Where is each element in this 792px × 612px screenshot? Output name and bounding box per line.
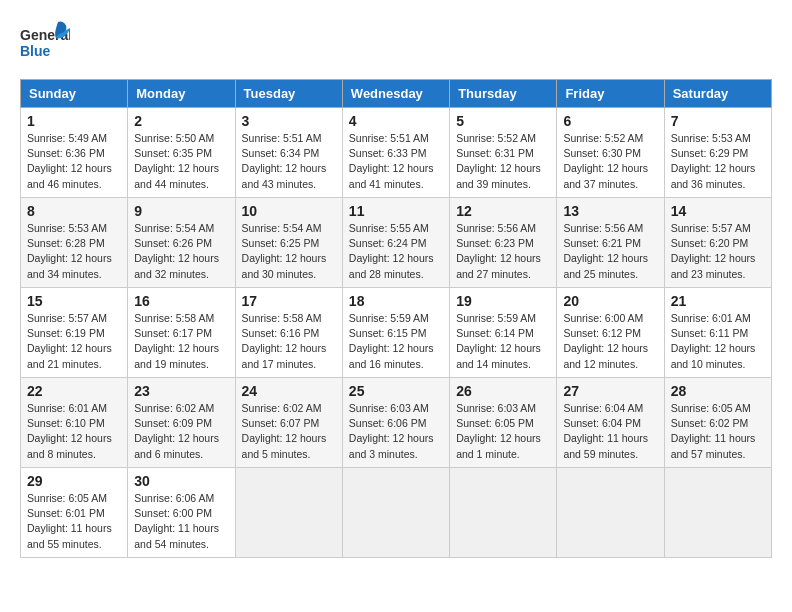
day-number: 3 [242, 113, 336, 129]
calendar-cell: 26 Sunrise: 6:03 AM Sunset: 6:05 PM Dayl… [450, 378, 557, 468]
day-info: Sunrise: 5:57 AM Sunset: 6:19 PM Dayligh… [27, 311, 121, 372]
day-number: 5 [456, 113, 550, 129]
logo: General Blue [20, 20, 70, 69]
day-info: Sunrise: 6:06 AM Sunset: 6:00 PM Dayligh… [134, 491, 228, 552]
calendar-cell: 27 Sunrise: 6:04 AM Sunset: 6:04 PM Dayl… [557, 378, 664, 468]
day-number: 10 [242, 203, 336, 219]
day-number: 27 [563, 383, 657, 399]
svg-text:Blue: Blue [20, 43, 51, 59]
day-info: Sunrise: 6:01 AM Sunset: 6:10 PM Dayligh… [27, 401, 121, 462]
calendar-week-3: 15 Sunrise: 5:57 AM Sunset: 6:19 PM Dayl… [21, 288, 772, 378]
calendar-cell: 22 Sunrise: 6:01 AM Sunset: 6:10 PM Dayl… [21, 378, 128, 468]
calendar-cell: 24 Sunrise: 6:02 AM Sunset: 6:07 PM Dayl… [235, 378, 342, 468]
calendar-week-4: 22 Sunrise: 6:01 AM Sunset: 6:10 PM Dayl… [21, 378, 772, 468]
calendar-header-saturday: Saturday [664, 80, 771, 108]
day-number: 23 [134, 383, 228, 399]
day-number: 18 [349, 293, 443, 309]
calendar-week-5: 29 Sunrise: 6:05 AM Sunset: 6:01 PM Dayl… [21, 468, 772, 558]
day-number: 25 [349, 383, 443, 399]
day-number: 7 [671, 113, 765, 129]
page-header: General Blue [20, 20, 772, 69]
calendar-cell: 9 Sunrise: 5:54 AM Sunset: 6:26 PM Dayli… [128, 198, 235, 288]
day-info: Sunrise: 6:05 AM Sunset: 6:01 PM Dayligh… [27, 491, 121, 552]
day-info: Sunrise: 5:51 AM Sunset: 6:33 PM Dayligh… [349, 131, 443, 192]
calendar-cell: 30 Sunrise: 6:06 AM Sunset: 6:00 PM Dayl… [128, 468, 235, 558]
day-number: 16 [134, 293, 228, 309]
logo-icon: General Blue [20, 20, 70, 69]
day-number: 15 [27, 293, 121, 309]
day-number: 19 [456, 293, 550, 309]
calendar-cell: 5 Sunrise: 5:52 AM Sunset: 6:31 PM Dayli… [450, 108, 557, 198]
calendar-cell: 16 Sunrise: 5:58 AM Sunset: 6:17 PM Dayl… [128, 288, 235, 378]
calendar-cell: 28 Sunrise: 6:05 AM Sunset: 6:02 PM Dayl… [664, 378, 771, 468]
day-info: Sunrise: 5:59 AM Sunset: 6:15 PM Dayligh… [349, 311, 443, 372]
day-number: 4 [349, 113, 443, 129]
day-info: Sunrise: 5:58 AM Sunset: 6:17 PM Dayligh… [134, 311, 228, 372]
calendar-header-row: SundayMondayTuesdayWednesdayThursdayFrid… [21, 80, 772, 108]
calendar-cell: 14 Sunrise: 5:57 AM Sunset: 6:20 PM Dayl… [664, 198, 771, 288]
day-info: Sunrise: 5:56 AM Sunset: 6:23 PM Dayligh… [456, 221, 550, 282]
day-number: 22 [27, 383, 121, 399]
day-info: Sunrise: 5:52 AM Sunset: 6:31 PM Dayligh… [456, 131, 550, 192]
day-info: Sunrise: 5:54 AM Sunset: 6:25 PM Dayligh… [242, 221, 336, 282]
day-number: 11 [349, 203, 443, 219]
calendar-cell: 3 Sunrise: 5:51 AM Sunset: 6:34 PM Dayli… [235, 108, 342, 198]
calendar-cell: 23 Sunrise: 6:02 AM Sunset: 6:09 PM Dayl… [128, 378, 235, 468]
day-info: Sunrise: 5:49 AM Sunset: 6:36 PM Dayligh… [27, 131, 121, 192]
day-info: Sunrise: 5:53 AM Sunset: 6:28 PM Dayligh… [27, 221, 121, 282]
day-info: Sunrise: 5:56 AM Sunset: 6:21 PM Dayligh… [563, 221, 657, 282]
calendar-cell: 13 Sunrise: 5:56 AM Sunset: 6:21 PM Dayl… [557, 198, 664, 288]
calendar-cell [664, 468, 771, 558]
calendar-cell: 6 Sunrise: 5:52 AM Sunset: 6:30 PM Dayli… [557, 108, 664, 198]
day-info: Sunrise: 6:03 AM Sunset: 6:06 PM Dayligh… [349, 401, 443, 462]
calendar-header-sunday: Sunday [21, 80, 128, 108]
calendar-cell: 2 Sunrise: 5:50 AM Sunset: 6:35 PM Dayli… [128, 108, 235, 198]
day-number: 20 [563, 293, 657, 309]
day-number: 12 [456, 203, 550, 219]
day-number: 17 [242, 293, 336, 309]
day-number: 29 [27, 473, 121, 489]
calendar-cell: 17 Sunrise: 5:58 AM Sunset: 6:16 PM Dayl… [235, 288, 342, 378]
day-info: Sunrise: 5:53 AM Sunset: 6:29 PM Dayligh… [671, 131, 765, 192]
calendar-cell: 1 Sunrise: 5:49 AM Sunset: 6:36 PM Dayli… [21, 108, 128, 198]
day-info: Sunrise: 6:00 AM Sunset: 6:12 PM Dayligh… [563, 311, 657, 372]
calendar-cell: 11 Sunrise: 5:55 AM Sunset: 6:24 PM Dayl… [342, 198, 449, 288]
calendar-header-friday: Friday [557, 80, 664, 108]
day-info: Sunrise: 6:03 AM Sunset: 6:05 PM Dayligh… [456, 401, 550, 462]
calendar-cell: 29 Sunrise: 6:05 AM Sunset: 6:01 PM Dayl… [21, 468, 128, 558]
calendar-cell: 19 Sunrise: 5:59 AM Sunset: 6:14 PM Dayl… [450, 288, 557, 378]
day-number: 21 [671, 293, 765, 309]
day-info: Sunrise: 5:55 AM Sunset: 6:24 PM Dayligh… [349, 221, 443, 282]
calendar-cell: 8 Sunrise: 5:53 AM Sunset: 6:28 PM Dayli… [21, 198, 128, 288]
calendar-cell [557, 468, 664, 558]
day-number: 9 [134, 203, 228, 219]
day-number: 8 [27, 203, 121, 219]
calendar-cell: 25 Sunrise: 6:03 AM Sunset: 6:06 PM Dayl… [342, 378, 449, 468]
day-info: Sunrise: 6:01 AM Sunset: 6:11 PM Dayligh… [671, 311, 765, 372]
day-info: Sunrise: 5:58 AM Sunset: 6:16 PM Dayligh… [242, 311, 336, 372]
day-info: Sunrise: 6:02 AM Sunset: 6:07 PM Dayligh… [242, 401, 336, 462]
day-info: Sunrise: 6:05 AM Sunset: 6:02 PM Dayligh… [671, 401, 765, 462]
day-number: 1 [27, 113, 121, 129]
calendar-header-tuesday: Tuesday [235, 80, 342, 108]
calendar-week-2: 8 Sunrise: 5:53 AM Sunset: 6:28 PM Dayli… [21, 198, 772, 288]
day-info: Sunrise: 5:54 AM Sunset: 6:26 PM Dayligh… [134, 221, 228, 282]
day-info: Sunrise: 6:04 AM Sunset: 6:04 PM Dayligh… [563, 401, 657, 462]
day-info: Sunrise: 5:52 AM Sunset: 6:30 PM Dayligh… [563, 131, 657, 192]
calendar-cell: 12 Sunrise: 5:56 AM Sunset: 6:23 PM Dayl… [450, 198, 557, 288]
calendar-week-1: 1 Sunrise: 5:49 AM Sunset: 6:36 PM Dayli… [21, 108, 772, 198]
calendar-cell: 4 Sunrise: 5:51 AM Sunset: 6:33 PM Dayli… [342, 108, 449, 198]
calendar-cell: 7 Sunrise: 5:53 AM Sunset: 6:29 PM Dayli… [664, 108, 771, 198]
calendar-cell: 21 Sunrise: 6:01 AM Sunset: 6:11 PM Dayl… [664, 288, 771, 378]
calendar-cell [342, 468, 449, 558]
calendar-header-monday: Monday [128, 80, 235, 108]
calendar-table: SundayMondayTuesdayWednesdayThursdayFrid… [20, 79, 772, 558]
day-number: 28 [671, 383, 765, 399]
calendar-cell: 18 Sunrise: 5:59 AM Sunset: 6:15 PM Dayl… [342, 288, 449, 378]
calendar-cell [450, 468, 557, 558]
calendar-cell [235, 468, 342, 558]
day-number: 2 [134, 113, 228, 129]
calendar-header-thursday: Thursday [450, 80, 557, 108]
day-number: 24 [242, 383, 336, 399]
day-info: Sunrise: 5:51 AM Sunset: 6:34 PM Dayligh… [242, 131, 336, 192]
